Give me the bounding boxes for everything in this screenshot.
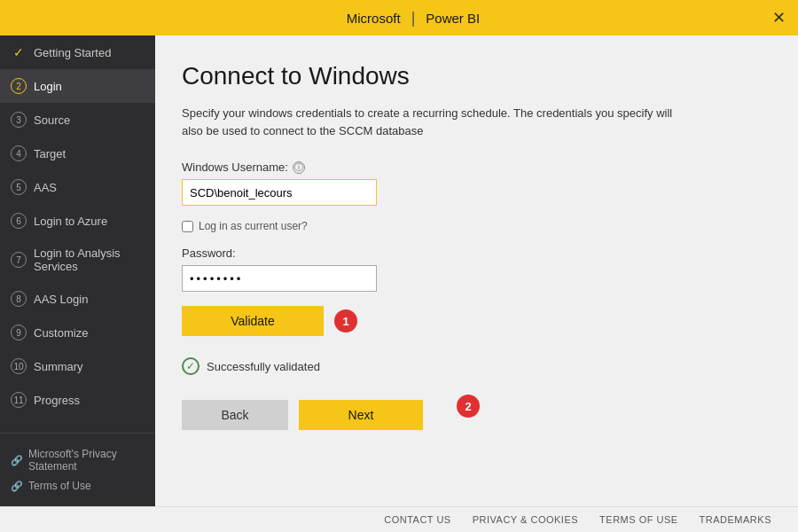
step-num-3: 3 [11,112,27,128]
step-num-8: 8 [11,291,27,307]
next-button[interactable]: Next [299,400,423,430]
footer-privacy-link[interactable]: PRIVACY & COOKIES [473,514,578,525]
sidebar-item-aas[interactable]: 5 AAS [0,170,155,204]
sidebar-item-customize[interactable]: 9 Customize [0,316,155,349]
success-check-icon: ✓ [182,357,200,375]
step-num-6: 6 [11,213,27,229]
sidebar-item-login[interactable]: 2 Login [0,69,155,103]
titlebar-center: Microsoft | Power BI [318,9,480,27]
main-container: ✓ Getting Started 2 Login 3 Source 4 Tar… [0,35,798,506]
titlebar: Microsoft | Power BI ✕ [0,0,798,35]
sidebar-bottom: 🔗 Microsoft's Privacy Statement 🔗 Terms … [0,433,155,506]
next-badge: 2 [457,395,480,418]
current-user-label: Log in as current user? [199,220,308,232]
privacy-link[interactable]: 🔗 Microsoft's Privacy Statement [11,444,145,476]
step-num-10: 10 [11,358,27,374]
sidebar-item-progress[interactable]: 11 Progress [0,383,155,417]
step-num-11: 11 [11,392,27,408]
step-num-4: 4 [11,145,27,161]
sidebar-item-summary[interactable]: 10 Summary [0,349,155,383]
footer: CONTACT US PRIVACY & COOKIES TERMS OF US… [0,506,798,532]
sidebar: ✓ Getting Started 2 Login 3 Source 4 Tar… [0,35,155,506]
step-num-5: 5 [11,179,27,195]
sidebar-nav: ✓ Getting Started 2 Login 3 Source 4 Tar… [0,35,155,433]
sidebar-item-label: Summary [34,360,83,373]
username-group: Windows Username: ⓘ [182,160,763,206]
close-button[interactable]: ✕ [772,10,786,26]
terms-link[interactable]: 🔗 Terms of Use [11,476,145,496]
sidebar-item-label: Target [34,147,66,160]
brand-powerbi: Power BI [426,11,480,26]
sidebar-item-label: AAS Login [34,293,88,306]
sidebar-item-source[interactable]: 3 Source [0,103,155,137]
sidebar-item-label: Getting Started [34,46,111,59]
password-group: Password: [182,246,763,292]
sidebar-item-aas-login[interactable]: 8 AAS Login [0,282,155,316]
footer-contact-link[interactable]: CONTACT US [384,514,451,525]
nav-buttons: Back Next 2 [182,400,763,430]
validate-row: Validate 1 [182,306,763,336]
content-area: Connect to Windows Specify your windows … [155,35,798,506]
validate-badge: 1 [334,309,357,332]
sidebar-item-login-analysis[interactable]: 7 Login to Analysis Services [0,238,155,282]
title-separator: | [411,9,416,27]
current-user-checkbox[interactable] [182,221,193,232]
sidebar-item-login-azure[interactable]: 6 Login to Azure [0,204,155,238]
current-user-checkbox-row: Log in as current user? [182,220,763,232]
check-circle-icon: ✓ [11,44,27,60]
success-row: ✓ Successfully validated [182,357,763,375]
step-num-9: 9 [11,325,27,340]
username-info-icon[interactable]: ⓘ [293,161,305,174]
footer-terms-link[interactable]: TERMS OF USE [599,514,678,525]
sidebar-item-target[interactable]: 4 Target [0,137,155,170]
sidebar-item-label: AAS [34,181,57,194]
sidebar-item-label: Login to Analysis Services [34,246,145,273]
success-text: Successfully validated [207,360,320,373]
sidebar-item-label: Login to Azure [34,215,107,228]
brand-microsoft: Microsoft [347,11,401,26]
footer-trademarks-link[interactable]: TRADEMARKS [700,514,771,525]
step-num-2: 2 [11,78,27,94]
sidebar-item-label: Customize [34,326,88,340]
sidebar-item-getting-started[interactable]: ✓ Getting Started [0,35,155,69]
sidebar-item-label: Source [34,113,70,127]
username-input[interactable] [182,179,377,206]
username-label: Windows Username: ⓘ [182,160,763,174]
password-label: Password: [182,246,763,260]
password-input[interactable] [182,265,377,292]
privacy-link-label: Microsoft's Privacy Statement [28,448,145,473]
page-description: Specify your windows credentials to crea… [182,105,678,139]
sidebar-item-label: Login [34,80,62,93]
validate-button[interactable]: Validate [182,306,324,336]
microsoft-logo-icon [318,9,336,27]
terms-link-label: Terms of Use [28,480,91,492]
page-title: Connect to Windows [182,62,763,90]
back-button[interactable]: Back [182,400,288,430]
step-num-7: 7 [11,252,27,268]
privacy-icon: 🔗 [11,455,23,466]
sidebar-item-label: Progress [34,394,80,407]
terms-icon: 🔗 [11,481,23,492]
